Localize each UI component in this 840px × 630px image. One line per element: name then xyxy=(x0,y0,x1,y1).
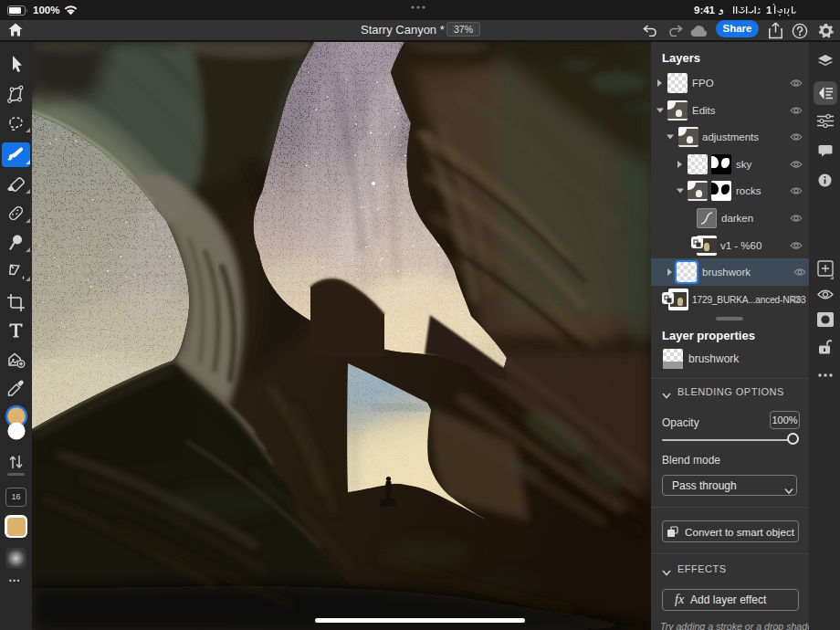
svg-text:9:41: 9:41 xyxy=(694,5,716,16)
svg-text:1: 1 xyxy=(766,5,772,16)
